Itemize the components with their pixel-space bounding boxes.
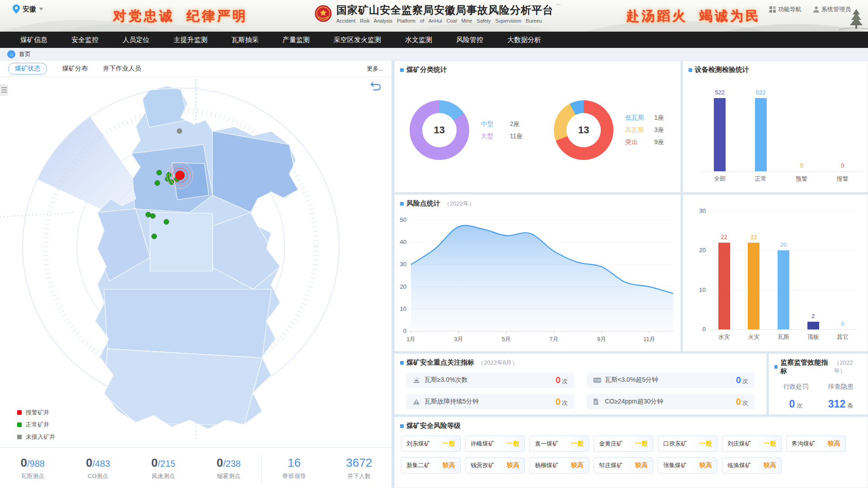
mine-card-界沟煤矿[interactable]: 界沟煤矿较高 <box>786 436 846 452</box>
efficiency-排查隐患: 排查隐患312条 <box>828 383 854 410</box>
mine-card-邹庄煤矿[interactable]: 邹庄煤矿较高 <box>594 457 653 474</box>
bar-顶板[interactable] <box>807 322 819 329</box>
breadcrumb: ⌂ 首页 <box>0 48 868 61</box>
region-label: 安徽 <box>23 5 36 14</box>
svg-text:3月: 3月 <box>454 336 463 343</box>
mine-risk-badge: 一般 <box>571 440 589 448</box>
mine-risk-badge: 一般 <box>699 440 717 448</box>
mine-name: 口孜东矿 <box>658 440 687 448</box>
page-subtitle-en: Accident Risk Analysis Platform of AnHui… <box>336 18 553 23</box>
normal-mine-marker[interactable] <box>151 214 156 219</box>
offline-mine-marker[interactable] <box>177 128 182 134</box>
nav-item-4[interactable]: 主提升监测 <box>174 36 208 44</box>
donut-legend-label: 大型 <box>481 132 503 141</box>
nav-item-10[interactable]: 大数据分析 <box>507 36 541 44</box>
donut-center: 13 <box>566 113 601 147</box>
donut-chart: 13 <box>410 100 469 160</box>
mine-name: 钱营孜矿 <box>466 461 494 469</box>
mine-risk-badge: 较高 <box>828 440 845 448</box>
tab-1[interactable]: 煤矿状态 <box>8 63 47 75</box>
mine-card-许疃煤矿[interactable]: 许疃煤矿一般 <box>465 436 525 452</box>
mine-card-袁一煤矿[interactable]: 袁一煤矿一般 <box>529 436 589 452</box>
map-legend: 报警矿井正常矿井未接入矿井 <box>17 408 55 441</box>
svg-text:40: 40 <box>400 239 406 245</box>
normal-mine-marker[interactable] <box>157 170 162 175</box>
indicator-unit: 次 <box>562 377 568 385</box>
breadcrumb-home-label[interactable]: 首页 <box>19 50 31 58</box>
bar-火灾[interactable] <box>748 243 760 329</box>
nav-item-2[interactable]: 安全监控 <box>71 36 99 44</box>
donut-legend-label: 高瓦斯 <box>625 126 647 134</box>
bar-value-label: 20 <box>768 241 799 248</box>
normal-mine-marker[interactable] <box>155 181 160 186</box>
legend-item: 未接入矿井 <box>17 433 55 441</box>
bar-value-label: 522 <box>745 89 777 96</box>
indicator-label: 瓦斯<3.0%超5分钟 <box>605 376 658 384</box>
mine-card-新集二矿[interactable]: 新集二矿较高 <box>401 457 461 474</box>
mine-name: 临涣煤矿 <box>722 461 751 469</box>
stat-value: 16 <box>262 456 327 470</box>
normal-mine-marker[interactable] <box>146 212 151 217</box>
efficiency-value: 0 <box>789 398 795 410</box>
svg-text:30: 30 <box>400 261 406 267</box>
stat-瓦斯测点: 0/988瓦斯测点 <box>0 456 66 480</box>
indicator-value-wrap: 0次 <box>556 397 568 407</box>
anhui-map-svg[interactable] <box>0 77 392 447</box>
nav-item-9[interactable]: 风险管控 <box>456 36 483 44</box>
stat-label: 带班领导 <box>262 472 327 480</box>
bar-瓦斯[interactable] <box>778 250 789 329</box>
slogan-left: 对党忠诚 纪律严明 <box>113 7 248 25</box>
normal-mine-marker[interactable] <box>152 234 157 239</box>
stat-label: 瓦斯测点 <box>0 472 66 480</box>
legend-swatch <box>17 410 22 415</box>
bar-全部[interactable] <box>714 98 726 171</box>
stat-value: 3672 <box>327 456 392 470</box>
mine-name: 袁一煤矿 <box>530 440 558 448</box>
normal-mine-marker[interactable] <box>169 180 174 185</box>
y-axis-label: 30 <box>688 207 706 214</box>
map-reset-icon[interactable] <box>370 80 382 90</box>
region-selector[interactable]: 安徽 <box>13 5 43 14</box>
normal-mine-marker[interactable] <box>164 220 169 225</box>
co-report-icon <box>593 398 601 405</box>
mine-risk-badge: 较高 <box>571 461 589 469</box>
nav-item-7[interactable]: 采空区发火监测 <box>334 36 381 44</box>
nav-item-3[interactable]: 人员定位 <box>123 36 150 44</box>
mine-card-张集煤矿[interactable]: 张集煤矿较高 <box>658 457 717 474</box>
nav-item-6[interactable]: 产量监测 <box>283 36 310 44</box>
bar-正常[interactable] <box>755 98 767 171</box>
stat-value: 0/215 <box>131 456 196 470</box>
mine-risk-badge: 一般 <box>635 440 653 448</box>
alarm-mine-marker[interactable] <box>175 171 185 180</box>
nav-item-8[interactable]: 水文监测 <box>405 36 432 44</box>
mine-name: 刘东煤矿 <box>401 440 430 448</box>
stat-label: CO测点 <box>66 472 131 480</box>
user-menu[interactable]: 系统管理员 <box>813 5 851 14</box>
mine-card-杨柳煤矿[interactable]: 杨柳煤矿较高 <box>529 457 589 474</box>
mine-name: 界沟煤矿 <box>787 440 815 448</box>
donut-legend-item: 低瓦斯1座 <box>625 114 664 122</box>
bar-水灾[interactable] <box>718 243 730 329</box>
legend-label: 报警矿井 <box>26 408 49 417</box>
app-root: 安徽 对党忠诚 纪律严明 赴汤蹈火 竭诚为民 国家矿山安全监察局安徽局事故风险分… <box>0 0 868 488</box>
quick-nav-button[interactable]: 功能导航 <box>769 5 802 14</box>
mine-card-钱营孜矿[interactable]: 钱营孜矿较高 <box>465 457 525 474</box>
mine-card-口孜东矿[interactable]: 口孜东矿一般 <box>658 436 717 452</box>
risk-category-chart: 010203022水灾22火灾20瓦斯2顶板0其它 <box>683 197 868 350</box>
nav-item-1[interactable]: 煤矿信息 <box>20 36 47 44</box>
mine-card-金黄庄矿[interactable]: 金黄庄矿一般 <box>594 436 653 452</box>
bar-category-label: 报警 <box>825 175 861 183</box>
nav-item-5[interactable]: 瓦斯抽采 <box>231 36 259 44</box>
tab-2[interactable]: 煤矿分布 <box>62 65 88 73</box>
panel-key-indicators: 煤矿安全重点关注指标 （2022年6月） 瓦斯≥3.0%次数0次CH4瓦斯<3.… <box>394 353 767 415</box>
mine-card-临涣煤矿[interactable]: 临涣煤矿较高 <box>722 457 782 474</box>
title-bullet <box>774 365 778 369</box>
more-link[interactable]: 更多... <box>367 65 383 73</box>
efficiency-label: 行政处罚 <box>783 383 809 391</box>
home-icon[interactable]: ⌂ <box>7 50 15 58</box>
panel-collapse-handle[interactable] <box>0 84 8 96</box>
device-title: 设备检测检验统计 <box>695 66 749 74</box>
tab-3[interactable]: 井下作业人员 <box>103 65 141 73</box>
mine-card-刘东煤矿[interactable]: 刘东煤矿一般 <box>401 436 461 452</box>
mine-card-刘庄煤矿[interactable]: 刘庄煤矿一般 <box>722 436 782 452</box>
